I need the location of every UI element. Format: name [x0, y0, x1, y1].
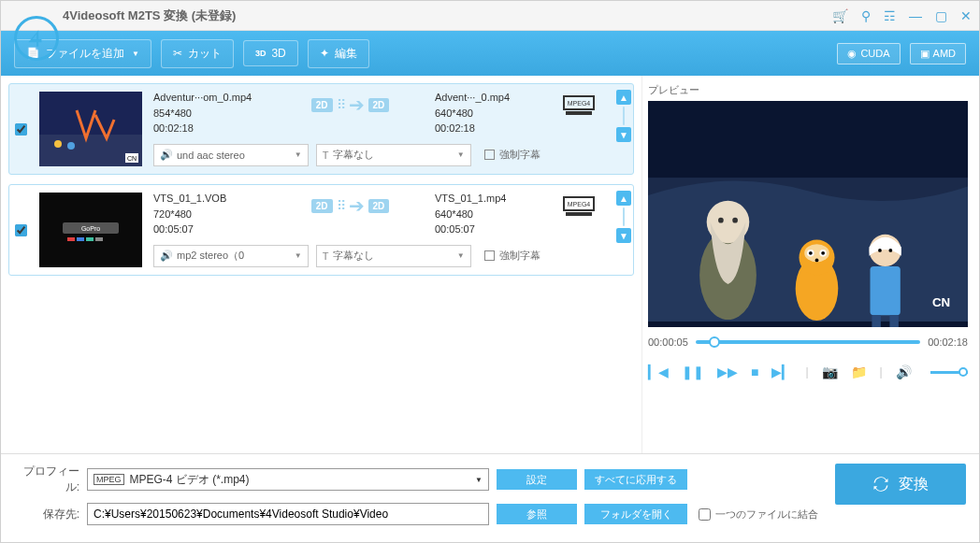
apply-all-button[interactable]: すべてに応用する: [584, 469, 687, 490]
minimize-button[interactable]: —: [909, 8, 922, 23]
move-down-button[interactable]: ▼: [616, 127, 631, 142]
profile-select[interactable]: MPEG MPEG-4 ビデオ (*.mp4) ▼: [87, 468, 489, 491]
3d-label: 3D: [271, 47, 285, 60]
move-up-button[interactable]: ▲: [616, 90, 631, 105]
browse-button[interactable]: 参照: [497, 504, 577, 524]
preview-title: プレビュー: [648, 83, 968, 97]
svg-point-29: [809, 251, 813, 255]
format-small-icon: MPEG: [94, 474, 124, 485]
preview-video[interactable]: CN: [648, 101, 968, 327]
item-checkbox[interactable]: [15, 123, 27, 136]
convert-button[interactable]: 変換: [835, 464, 966, 505]
key-icon[interactable]: ⚲: [861, 8, 871, 23]
cut-button[interactable]: ✂ カット: [161, 39, 234, 68]
svg-text:CN: CN: [127, 155, 137, 162]
svg-rect-33: [871, 266, 901, 315]
item-checkbox[interactable]: [15, 224, 27, 236]
text-icon: T: [323, 150, 329, 161]
cut-label: カット: [188, 46, 222, 62]
chevron-down-icon: ▼: [475, 476, 483, 484]
nvidia-icon: ◉: [847, 48, 857, 60]
svg-rect-15: [95, 237, 103, 241]
open-folder-button[interactable]: 📁: [851, 364, 867, 379]
edit-label: 編集: [335, 46, 357, 62]
svg-rect-17: [566, 212, 592, 216]
file-item[interactable]: CN Adventur···om_0.mp4854*48000:02:18 2D…: [8, 83, 634, 175]
3d-icon: 3D: [255, 49, 267, 58]
preview-panel: プレビュー: [642, 76, 979, 453]
svg-text:GoPro: GoPro: [81, 225, 100, 232]
svg-point-2: [54, 140, 62, 148]
svg-point-3: [67, 142, 75, 150]
snapshot-button[interactable]: 📷: [822, 364, 838, 379]
target-info: Advent···_0.mp4640*48000:02:18: [435, 90, 547, 136]
text-icon: T: [323, 250, 329, 262]
next-button[interactable]: ▶▎: [771, 364, 792, 379]
cuda-label: CUDA: [860, 48, 889, 59]
app-title: 4Videosoft M2TS 変換 (未登録): [63, 7, 236, 24]
profile-value: MPEG-4 ビデオ (*.mp4): [130, 472, 250, 488]
amd-label: AMD: [933, 48, 956, 59]
scissors-icon: ✂: [173, 47, 182, 60]
subtitle-select[interactable]: T字幕なし▼: [316, 144, 471, 166]
time-current: 00:00:05: [648, 336, 688, 348]
close-button[interactable]: ✕: [960, 8, 972, 23]
cuda-button[interactable]: ◉ CUDA: [837, 43, 900, 64]
convert-label: 変換: [899, 475, 929, 494]
maximize-button[interactable]: ▢: [935, 8, 947, 23]
fastfwd-button[interactable]: ▶▶: [717, 364, 738, 379]
forced-subtitle[interactable]: 強制字幕: [479, 144, 598, 166]
forced-subtitle[interactable]: 強制字幕: [479, 245, 598, 267]
wand-icon: ✦: [320, 47, 329, 60]
svg-point-24: [732, 218, 738, 223]
svg-rect-14: [86, 237, 94, 241]
volume-icon[interactable]: 🔊: [896, 364, 912, 379]
speaker-icon: 🔊: [160, 149, 173, 161]
conversion-arrow: 2D⠿➔2D: [273, 90, 427, 116]
stop-button[interactable]: ■: [751, 364, 758, 379]
svg-point-32: [815, 259, 819, 263]
format-icon: MPEG4: [560, 191, 598, 219]
amd-icon: ▣: [920, 48, 930, 60]
audio-select[interactable]: 🔊und aac stereo▼: [153, 144, 309, 166]
save-path-input[interactable]: [87, 503, 489, 525]
open-output-button[interactable]: フォルダを開く: [584, 504, 687, 524]
svg-text:MPEG4: MPEG4: [568, 201, 591, 207]
svg-point-23: [718, 218, 724, 223]
svg-point-31: [821, 251, 825, 255]
profile-label: プロフィール:: [14, 464, 79, 495]
seek-slider[interactable]: [696, 340, 920, 344]
3d-button[interactable]: 3D 3D: [243, 40, 298, 66]
menu-icon[interactable]: ☶: [884, 8, 896, 23]
source-info: VTS_01_1.VOB720*48000:05:07: [153, 191, 266, 237]
amd-button[interactable]: ▣ AMD: [910, 43, 966, 64]
save-label: 保存先:: [14, 507, 79, 522]
volume-slider[interactable]: [930, 371, 968, 374]
move-up-button[interactable]: ▲: [616, 191, 631, 206]
thumbnail: GoPro: [39, 193, 142, 267]
svg-point-36: [888, 249, 892, 252]
svg-text:CN: CN: [932, 295, 950, 309]
target-info: VTS_01_1.mp4640*48000:05:07: [435, 191, 547, 237]
app-logo: [14, 16, 59, 61]
subtitle-select[interactable]: T字幕なし▼: [316, 245, 471, 267]
merge-label: 一つのファイルに結合: [715, 507, 818, 522]
titlebar: 4Videosoft M2TS 変換 (未登録) 🛒 ⚲ ☶ — ▢ ✕: [1, 1, 979, 31]
pause-button[interactable]: ❚❚: [682, 364, 704, 379]
cart-icon[interactable]: 🛒: [832, 8, 848, 23]
edit-button[interactable]: ✦ 編集: [308, 39, 369, 68]
prev-button[interactable]: ▎◀: [648, 364, 669, 379]
speaker-icon: 🔊: [160, 250, 173, 262]
bottom-panel: プロフィール: MPEG MPEG-4 ビデオ (*.mp4) ▼ 設定 すべて…: [1, 453, 979, 542]
svg-rect-37: [872, 315, 881, 327]
main-toolbar: 📄 ファイルを追加 ▼ ✂ カット 3D 3D ✦ 編集 ◉ CUDA ▣ AM…: [1, 31, 979, 76]
settings-button[interactable]: 設定: [497, 469, 577, 490]
time-total: 00:02:18: [928, 336, 968, 348]
audio-select[interactable]: 🔊mp2 stereo（0▼: [153, 245, 309, 267]
file-item[interactable]: GoPro VTS_01_1.VOB720*48000:05:07 2D⠿➔2D…: [8, 184, 634, 276]
svg-rect-12: [67, 237, 75, 241]
merge-checkbox[interactable]: 一つのファイルに結合: [699, 507, 818, 522]
format-icon: MPEG4: [560, 90, 598, 118]
chevron-down-icon: ▼: [132, 50, 139, 58]
move-down-button[interactable]: ▼: [616, 228, 631, 243]
